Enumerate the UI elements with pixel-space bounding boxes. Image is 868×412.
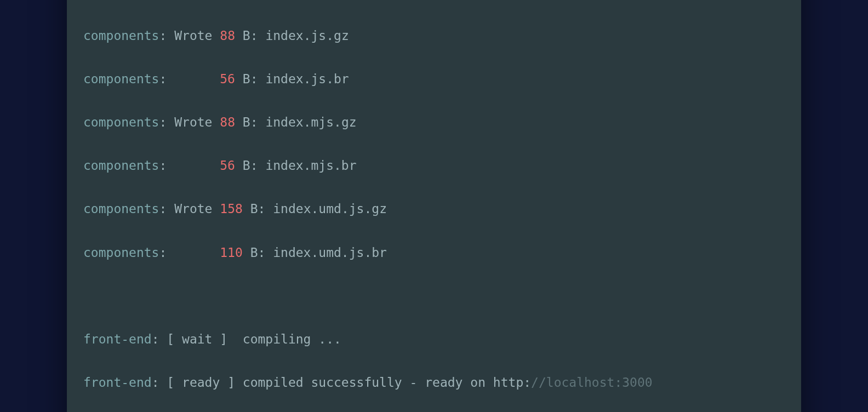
scope-label: front-end	[83, 332, 152, 346]
status-message: compiled successfully	[243, 375, 402, 390]
wrote-label: Wrote	[174, 28, 212, 43]
output-line: front-end: [ ready ] compiled successful…	[83, 372, 785, 394]
filename: index.js.br	[265, 72, 349, 86]
scope-label: front-end	[83, 375, 152, 390]
status-message: compiling	[243, 332, 311, 346]
output-line: components: 56 B: index.mjs.br	[83, 155, 785, 177]
size-unit: B	[243, 115, 250, 129]
size-value: 88	[220, 115, 235, 129]
url-rest: //localhost:3000	[531, 375, 653, 390]
filename: index.umd.js.br	[273, 245, 387, 260]
size-unit: B	[243, 72, 250, 86]
size-unit: B	[250, 245, 258, 260]
size-unit: B	[243, 158, 250, 173]
output-line: front-end: [ wait ] compiling ...	[83, 329, 785, 351]
scope-label: components	[83, 158, 159, 173]
output-line: components: Wrote 158 B: index.umd.js.gz	[83, 198, 785, 220]
scope-label: components	[83, 245, 159, 260]
scope-label: components	[83, 28, 159, 43]
wrote-label: Wrote	[174, 202, 212, 216]
scope-label: components	[83, 115, 159, 129]
scope-label: components	[83, 72, 159, 86]
size-unit: B	[243, 28, 250, 43]
filename: index.js.gz	[265, 28, 349, 43]
output-line: components: Wrote 88 B: index.js.gz	[83, 25, 785, 47]
output-line: components: Wrote 88 B: index.mjs.gz	[83, 112, 785, 134]
filename: index.mjs.br	[265, 158, 356, 173]
dots: ...	[318, 332, 341, 346]
wrote-label: Wrote	[174, 115, 212, 129]
size-value: 56	[220, 158, 235, 173]
ready-on-label: ready on	[425, 375, 486, 390]
size-value: 56	[220, 72, 235, 86]
status-label: ready	[182, 375, 220, 390]
status-label: wait	[182, 332, 212, 346]
terminal-output: components: Wrote 88 B: index.js.gz comp…	[83, 4, 785, 412]
size-value: 158	[220, 202, 243, 216]
url-protocol: http:	[493, 375, 531, 390]
size-value: 88	[220, 28, 235, 43]
separator: -	[409, 375, 417, 390]
size-value: 110	[220, 245, 243, 260]
size-unit: B	[250, 202, 258, 216]
scope-label: components	[83, 202, 159, 216]
filename: index.umd.js.gz	[273, 202, 387, 216]
output-line: components: 56 B: index.js.br	[83, 68, 785, 90]
terminal-window: components: Wrote 88 B: index.js.gz comp…	[67, 0, 801, 412]
filename: index.mjs.gz	[265, 115, 356, 129]
output-line: components: 110 B: index.umd.js.br	[83, 242, 785, 264]
blank-line	[83, 285, 785, 307]
